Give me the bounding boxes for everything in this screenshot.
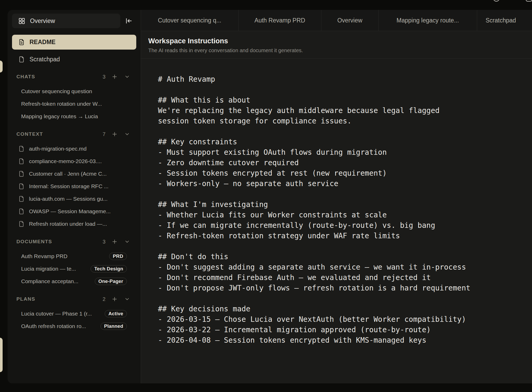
collapse-plans-button[interactable] (124, 296, 131, 302)
document-item[interactable]: Auth Revamp PRD PRD (12, 250, 136, 263)
chat-item-label: Refresh-token rotation under W... (21, 101, 127, 107)
context-item[interactable]: Refresh rotation under load —... (12, 218, 136, 230)
partial-circle-icon[interactable] (493, 0, 500, 2)
section-title: CONTEXT (16, 131, 43, 137)
file-icon (18, 208, 25, 215)
chat-item[interactable]: Mapping legacy routes → Lucia (12, 110, 136, 123)
section-count: 2 (103, 296, 105, 302)
context-item[interactable]: compliance-memo-2026-03.... (12, 155, 136, 168)
document-item[interactable]: Lucia migration — te... Tech Design (12, 263, 136, 275)
context-item-label: Customer call · Jenn (Acme C... (29, 171, 127, 177)
chevron-down-icon (124, 74, 130, 80)
edge-handle-top[interactable] (0, 61, 3, 73)
section-title: PLANS (16, 296, 35, 302)
sidebar-item-scratchpad[interactable]: Scratchpad (12, 54, 136, 65)
context-item[interactable]: Internal: Session storage RFC ... (12, 180, 136, 193)
tab-label: Scratchpad (486, 17, 516, 24)
tab-label: Overview (337, 17, 362, 24)
section-title: CHATS (16, 74, 35, 80)
document-item-label: Auth Revamp PRD (21, 253, 109, 259)
plan-item[interactable]: Lucia cutover — Phase 1 (r... Active (12, 307, 136, 320)
overview-label: Overview (30, 17, 55, 25)
documents-list: Auth Revamp PRD PRD Lucia migration — te… (12, 250, 136, 288)
section-header-documents: DOCUMENTS 3 (12, 238, 136, 245)
chat-item[interactable]: Refresh-token rotation under W... (12, 98, 136, 110)
context-item[interactable]: OWASP — Session Manageme... (12, 205, 136, 218)
section-count: 3 (103, 239, 105, 245)
section-header-plans: PLANS 2 (12, 295, 136, 303)
section-header-context: CONTEXT 7 (12, 130, 136, 138)
edge-handle-bottom[interactable] (0, 338, 3, 372)
page-subtitle: The AI reads this in every conversation … (148, 47, 532, 54)
document-type-badge: One-Pager (95, 278, 127, 285)
chat-item[interactable]: Cutover sequencing question (12, 85, 136, 98)
tab-cutover-sequencing[interactable]: Cutover sequencing q... (141, 10, 239, 31)
sidebar: Overview README Scratchpad CHATS 3 Cu (8, 10, 141, 383)
add-document-button[interactable] (111, 238, 118, 245)
file-icon (18, 146, 25, 152)
file-icon (18, 56, 25, 63)
tab-auth-revamp-prd[interactable]: Auth Revamp PRD (239, 10, 322, 31)
document-item-label: Lucia migration — te... (21, 266, 91, 272)
readme-label: README (29, 39, 56, 46)
scratchpad-label: Scratchpad (29, 56, 60, 63)
document-type-badge: Tech Design (91, 265, 127, 272)
file-text-icon (18, 39, 25, 45)
chat-item-label: Cutover sequencing question (21, 88, 127, 94)
plus-icon (111, 74, 118, 80)
overview-button[interactable]: Overview (12, 14, 120, 28)
tab-label: Auth Revamp PRD (255, 17, 305, 24)
tab-overview[interactable]: Overview (321, 10, 379, 31)
workspace-instructions-content[interactable]: # Auth Revamp ## What this is about We'r… (141, 59, 532, 346)
page-title: Workspace Instructions (148, 37, 532, 45)
context-item[interactable]: Customer call · Jenn (Acme C... (12, 168, 136, 180)
document-item[interactable]: Compliance acceptan... One-Pager (12, 275, 136, 288)
context-list: auth-migration-spec.md compliance-memo-2… (12, 142, 136, 230)
plans-list: Lucia cutover — Phase 1 (r... Active OAu… (12, 307, 136, 332)
tab-mapping-legacy-routes[interactable]: Mapping legacy route... (379, 10, 477, 31)
partial-square-icon[interactable] (526, 0, 532, 2)
context-item-label: compliance-memo-2026-03.... (29, 158, 127, 164)
tab-label: Mapping legacy route... (397, 17, 459, 24)
collapse-chats-button[interactable] (124, 73, 131, 80)
main-area: Cutover sequencing q... Auth Revamp PRD … (141, 10, 532, 383)
chat-item-label: Mapping legacy routes → Lucia (21, 113, 127, 120)
section-title: DOCUMENTS (16, 239, 52, 245)
context-item[interactable]: lucia-auth.com — Sessions gu... (12, 193, 136, 205)
plus-icon (111, 239, 118, 245)
sidebar-collapse-button[interactable] (123, 15, 134, 26)
document-header: Workspace Instructions The AI reads this… (141, 31, 532, 59)
collapse-context-button[interactable] (124, 131, 131, 138)
add-context-button[interactable] (111, 131, 118, 138)
plan-status-badge: Planned (101, 323, 127, 330)
add-chat-button[interactable] (111, 73, 118, 80)
plus-icon (111, 296, 118, 302)
section-header-chats: CHATS 3 (12, 73, 136, 80)
file-icon (18, 221, 25, 227)
plan-item[interactable]: OAuth refresh rotation ro... Planned (12, 320, 136, 332)
collapse-left-icon (125, 17, 133, 25)
tab-label: Cutover sequencing q... (158, 17, 221, 24)
plus-icon (111, 131, 118, 137)
plan-item-label: OAuth refresh rotation ro... (21, 323, 101, 329)
context-item-label: Refresh rotation under load —... (29, 221, 127, 227)
layout-grid-icon (18, 17, 25, 25)
sidebar-item-readme[interactable]: README (12, 35, 136, 50)
context-item-label: OWASP — Session Manageme... (29, 208, 127, 215)
file-icon (18, 171, 25, 177)
context-item[interactable]: auth-migration-spec.md (12, 142, 136, 155)
chevron-down-icon (124, 131, 130, 137)
tab-bar: Cutover sequencing q... Auth Revamp PRD … (141, 10, 532, 31)
chats-list: Cutover sequencing question Refresh-toke… (12, 85, 136, 123)
plan-status-badge: Active (105, 310, 127, 317)
chevron-down-icon (124, 296, 130, 302)
plan-item-label: Lucia cutover — Phase 1 (r... (21, 311, 105, 317)
file-icon (18, 183, 25, 189)
context-item-label: lucia-auth.com — Sessions gu... (29, 196, 127, 202)
collapse-documents-button[interactable] (124, 238, 131, 245)
tab-scratchpad[interactable]: Scratchpad (477, 10, 532, 31)
section-count: 3 (103, 74, 105, 80)
add-plan-button[interactable] (111, 296, 118, 302)
file-icon (18, 158, 25, 164)
chevron-down-icon (124, 239, 130, 245)
